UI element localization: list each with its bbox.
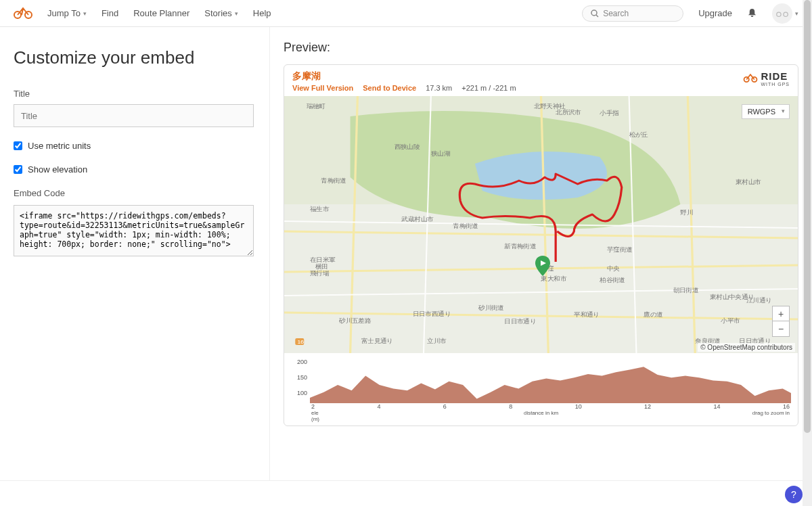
- elevation-ylabel: ele(m): [311, 410, 319, 422]
- embed-code-textarea[interactable]: <iframe src="https://ridewithgps.com/emb…: [14, 205, 254, 256]
- preview-panel: Preview: 多摩湖 View Full Version Send to D…: [269, 27, 812, 480]
- logo-icon[interactable]: [14, 6, 32, 21]
- route-header: 多摩湖 View Full Version Send to Device 17.…: [284, 65, 798, 96]
- elevation-checkbox[interactable]: [14, 165, 22, 174]
- elevation-stat: +221 m / -221 m: [461, 84, 516, 92]
- scrollbar[interactable]: [803, 0, 812, 506]
- svg-text:芋窪街道: 芋窪街道: [607, 246, 632, 253]
- embed-code-label: Embed Code: [14, 188, 256, 198]
- svg-text:狭山湖: 狭山湖: [431, 150, 450, 157]
- elevation-chart[interactable]: 200150100 246810121416 ele(m) distance i…: [284, 353, 798, 426]
- user-menu[interactable]: ▾: [772, 3, 798, 24]
- svg-text:柏谷街道: 柏谷街道: [599, 277, 625, 283]
- svg-text:飛行場: 飛行場: [310, 270, 329, 277]
- zoom-out-button[interactable]: −: [773, 321, 789, 336]
- preview-label: Preview:: [284, 41, 798, 55]
- svg-text:朝日街道: 朝日街道: [673, 287, 698, 294]
- svg-text:瑞穂町: 瑞穂町: [307, 103, 325, 110]
- start-marker-icon: [535, 256, 550, 279]
- svg-text:松が丘: 松が丘: [629, 131, 648, 138]
- nav-stories[interactable]: Stories▾: [204, 8, 238, 18]
- svg-text:富士見通り: 富士見通り: [361, 338, 393, 344]
- elevation-xlabel: distance in km: [524, 410, 558, 416]
- scrollbar-thumb[interactable]: [804, 0, 811, 433]
- svg-text:日日市通り: 日日市通り: [504, 318, 536, 325]
- svg-text:16: 16: [298, 338, 304, 345]
- title-label: Title: [14, 89, 256, 99]
- customize-panel: Customize your embed Title Use metric un…: [0, 27, 269, 480]
- ridewithgps-logo[interactable]: RIDEWITH GPS: [743, 70, 790, 87]
- upgrade-link[interactable]: Upgrade: [698, 8, 732, 18]
- metric-label: Use metric units: [28, 141, 91, 151]
- svg-text:新青梅街道: 新青梅街道: [504, 243, 536, 250]
- title-input[interactable]: [14, 104, 254, 127]
- svg-text:横田: 横田: [315, 263, 328, 270]
- footer: ?: [0, 480, 812, 506]
- send-to-device-link[interactable]: Send to Device: [363, 84, 416, 92]
- svg-text:青梅街道: 青梅街道: [453, 223, 478, 229]
- svg-text:青梅街道: 青梅街道: [321, 177, 346, 184]
- nav-help[interactable]: Help: [253, 8, 271, 18]
- elevation-xticks: 246810121416: [310, 403, 791, 410]
- zoom-in-button[interactable]: +: [773, 306, 789, 321]
- svg-text:福生市: 福生市: [310, 206, 329, 212]
- svg-text:東村山市: 東村山市: [736, 179, 761, 185]
- chevron-down-icon: ▾: [83, 10, 87, 17]
- embed-preview: 多摩湖 View Full Version Send to Device 17.…: [284, 64, 798, 426]
- svg-line-1: [596, 15, 598, 17]
- chevron-down-icon: ▾: [795, 10, 798, 17]
- svg-text:平和通り: 平和通り: [574, 311, 599, 318]
- svg-point-0: [591, 10, 597, 16]
- svg-text:砂川五差路: 砂川五差路: [338, 317, 371, 324]
- avatar-icon: [772, 3, 792, 24]
- svg-text:西狭山陵: 西狭山陵: [394, 143, 420, 150]
- svg-text:日日市西通り: 日日市西通り: [413, 310, 451, 317]
- map-attribution[interactable]: © OpenStreetMap contributors: [698, 343, 795, 352]
- notifications-icon[interactable]: [747, 7, 757, 20]
- svg-text:小平市: 小平市: [721, 317, 740, 324]
- svg-text:在日米軍: 在日米軍: [310, 256, 335, 263]
- svg-text:野川: 野川: [681, 209, 694, 216]
- nav-route-planner[interactable]: Route Planner: [133, 8, 189, 18]
- map[interactable]: 瑞穂町北野天神社北所沢市小手指 西狭山陵狭山湖松が丘 青梅街道東村山市 福生市野…: [284, 96, 798, 353]
- svg-text:鷹の道: 鷹の道: [644, 311, 662, 318]
- help-fab-icon[interactable]: ?: [785, 486, 803, 503]
- search-input[interactable]: Search: [582, 5, 683, 22]
- chevron-down-icon: ▾: [235, 10, 238, 17]
- svg-text:江川通り: 江川通り: [746, 297, 771, 304]
- view-full-link[interactable]: View Full Version: [292, 84, 353, 92]
- map-layer-select[interactable]: RWGPS: [742, 104, 790, 119]
- nav: Jump To▾ Find Route Planner Stories▾ Hel…: [47, 8, 271, 18]
- svg-text:武蔵村山市: 武蔵村山市: [401, 216, 433, 223]
- page-title: Customize your embed: [14, 47, 256, 68]
- elevation-zoom-hint: drag to zoom in: [752, 410, 790, 422]
- elevation-label: Show elevation: [28, 164, 87, 175]
- svg-text:北所沢市: 北所沢市: [556, 109, 581, 116]
- svg-text:小手指: 小手指: [600, 110, 618, 116]
- nav-find[interactable]: Find: [102, 8, 118, 18]
- svg-text:中央: 中央: [607, 265, 620, 272]
- topbar: Jump To▾ Find Route Planner Stories▾ Hel…: [0, 0, 812, 27]
- search-icon: [591, 9, 599, 18]
- elevation-yticks: 200150100: [284, 354, 307, 401]
- route-title[interactable]: 多摩湖: [292, 70, 790, 83]
- metric-checkbox[interactable]: [14, 141, 22, 150]
- svg-text:砂川街道: 砂川街道: [478, 304, 503, 311]
- map-zoom: + −: [772, 306, 790, 337]
- svg-text:立川市: 立川市: [427, 338, 446, 344]
- distance-stat: 17.3 km: [426, 84, 452, 92]
- nav-jump-to[interactable]: Jump To▾: [47, 8, 87, 18]
